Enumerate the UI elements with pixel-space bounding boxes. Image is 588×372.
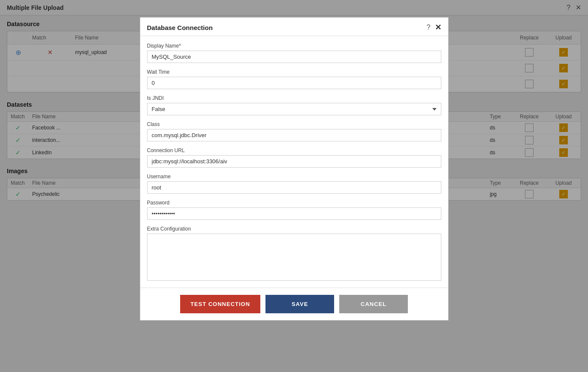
display-name-group: Display Name* (147, 43, 441, 63)
connection-url-input[interactable] (147, 155, 441, 168)
extra-config-group: Extra Configuration (147, 226, 441, 281)
database-connection-dialog: Database Connection ? ✕ Display Name* Wa… (140, 17, 449, 321)
test-connection-button[interactable]: TEST CONNECTION (180, 295, 260, 313)
is-jndi-label: Is JNDI (147, 95, 441, 101)
username-label: Username (147, 174, 441, 180)
display-name-label: Display Name* (147, 43, 441, 49)
dialog-body: Display Name* Wait Time Is JNDI False Tr… (140, 36, 448, 288)
wait-time-label: Wait Time (147, 69, 441, 75)
class-group: Class (147, 121, 441, 141)
wait-time-input[interactable] (147, 77, 441, 89)
cancel-button[interactable]: CANCEL (339, 295, 408, 313)
extra-config-label: Extra Configuration (147, 226, 441, 232)
dialog-title: Database Connection (147, 24, 213, 31)
dialog-help-icon[interactable]: ? (427, 24, 431, 31)
connection-url-group: Connection URL (147, 147, 441, 168)
dialog-footer: TEST CONNECTION SAVE CANCEL (140, 288, 448, 320)
main-window: Multiple File Upload ? ✕ Datasource Matc… (0, 0, 588, 372)
save-button[interactable]: SAVE (265, 295, 334, 313)
dialog-title-bar: Database Connection ? ✕ (140, 18, 448, 36)
password-label: Password (147, 200, 441, 206)
connection-url-label: Connection URL (147, 147, 441, 153)
dialog-title-icons: ? ✕ (427, 23, 441, 32)
is-jndi-group: Is JNDI False True (147, 95, 441, 115)
dialog-close-icon[interactable]: ✕ (435, 23, 441, 32)
display-name-input[interactable] (147, 51, 441, 63)
class-input[interactable] (147, 129, 441, 141)
username-group: Username (147, 174, 441, 194)
is-jndi-select[interactable]: False True (147, 103, 441, 115)
username-input[interactable] (147, 181, 441, 194)
class-label: Class (147, 121, 441, 127)
extra-config-textarea[interactable] (147, 234, 441, 281)
password-input[interactable] (147, 207, 441, 220)
wait-time-group: Wait Time (147, 69, 441, 89)
password-group: Password (147, 200, 441, 220)
